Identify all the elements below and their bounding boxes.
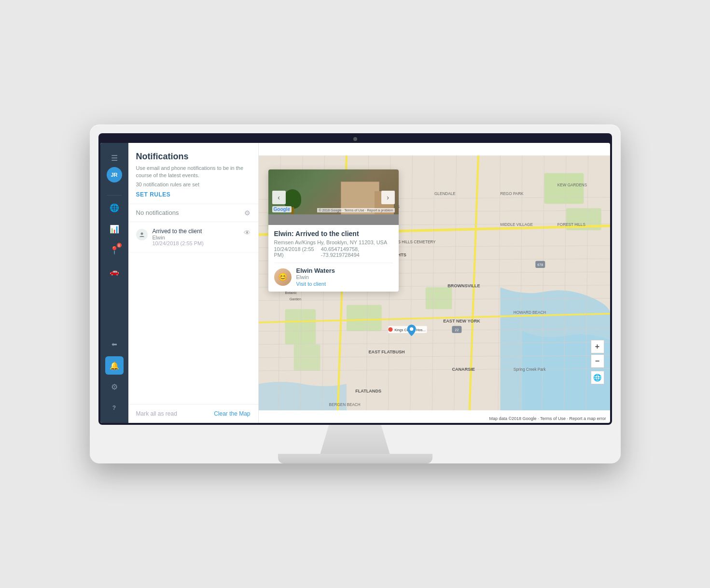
popup-address: Remsen Av/Kings Hy, Brooklyn, NY 11203, … xyxy=(274,239,393,245)
help-icon: ? xyxy=(112,405,116,411)
svg-text:Garden: Garden xyxy=(289,297,301,301)
svg-point-59 xyxy=(388,327,392,332)
clear-map-button[interactable]: Clear the Map xyxy=(214,410,250,417)
popup-coordinates: 40.6547149758, -73.9219728494 xyxy=(321,246,393,258)
svg-rect-8 xyxy=(425,287,452,309)
hide-notification-icon[interactable]: 👁 xyxy=(244,229,251,237)
sidebar-bottom: ⬅ 🔔 ⚙ ? xyxy=(105,335,124,417)
svg-text:BROWNSVILLE: BROWNSVILLE xyxy=(447,283,480,288)
svg-text:Spring Creek Park: Spring Creek Park xyxy=(513,367,546,372)
svg-text:CANARSIE: CANARSIE xyxy=(452,367,475,372)
map-zoom-controls: + − 🌐 xyxy=(591,340,604,384)
sidebar: ☰ JR 🌐 📊 📍 8 xyxy=(100,143,128,423)
screen: ☰ JR 🌐 📊 📍 8 xyxy=(100,143,610,423)
svg-text:KEW GARDENS: KEW GARDENS xyxy=(557,183,587,187)
street-view-next[interactable]: › xyxy=(381,191,395,204)
visit-to-client-link[interactable]: Visit to client xyxy=(296,281,335,287)
svg-rect-7 xyxy=(293,344,320,371)
monitor: ☰ JR 🌐 📊 📍 8 xyxy=(90,125,621,463)
sidebar-item-vehicle[interactable]: 🚗 xyxy=(105,262,124,280)
map-attribution: Map data ©2018 Google · Terms of Use · R… xyxy=(489,416,606,421)
svg-text:678: 678 xyxy=(537,263,543,267)
sidebar-item-help[interactable]: ? xyxy=(105,399,124,417)
notification-content: Arrived to the client Elwin 10/24/2018 (… xyxy=(153,228,239,246)
notification-user: Elwin xyxy=(153,235,239,240)
popup-copyright: © 2018 Google · Terms of Use · Report a … xyxy=(317,208,394,212)
chart-icon: 📊 xyxy=(110,224,119,234)
popup-datetime: 10/24/2018 (2:55 PM) xyxy=(274,246,321,258)
notifications-description: Use email and phone notifications to be … xyxy=(136,165,251,180)
notification-action: Arrived to the client xyxy=(153,228,239,235)
popup-user-info: Elwin Waters Elwin Visit to client xyxy=(296,267,335,287)
map-popup: ‹ › Google © 2018 Google · Terms of Use … xyxy=(268,169,399,292)
sidebar-item-chart[interactable]: 📊 xyxy=(105,220,124,238)
notification-type-icon xyxy=(136,229,148,240)
logout-icon: ⬅ xyxy=(111,340,117,348)
zoom-globe-button[interactable]: 🌐 xyxy=(591,371,604,384)
svg-text:EAST NEW YORK: EAST NEW YORK xyxy=(443,319,480,323)
svg-text:FOREST HILLS: FOREST HILLS xyxy=(557,223,585,227)
svg-text:EAST FLATBUSH: EAST FLATBUSH xyxy=(368,350,404,354)
left-panel: Notifications Use email and phone notifi… xyxy=(128,143,259,423)
popup-body: Elwin: Arrived to the client Remsen Av/K… xyxy=(268,225,399,292)
popup-user-avatar: 😊 xyxy=(274,268,292,286)
notifications-toolbar: No notifications ⚙ xyxy=(128,204,258,222)
map-area[interactable]: REGO PARK KEW GARDENS FOREST HILLS MIDDL… xyxy=(259,143,610,423)
svg-rect-4 xyxy=(544,173,584,204)
monitor-stand-base xyxy=(278,454,432,463)
sidebar-item-globe[interactable]: 🌐 xyxy=(105,198,124,217)
svg-text:22: 22 xyxy=(455,328,459,332)
zoom-in-button[interactable]: + xyxy=(591,340,604,353)
notifications-settings-icon[interactable]: ⚙ xyxy=(244,209,251,217)
bell-icon: 🔔 xyxy=(110,361,119,370)
popup-user-name: Elwin Waters xyxy=(296,267,335,274)
notification-item: Arrived to the client Elwin 10/24/2018 (… xyxy=(128,222,258,252)
svg-text:MIDDLE VILLAGE: MIDDLE VILLAGE xyxy=(500,223,533,227)
vehicle-icon: 🚗 xyxy=(110,267,119,276)
sidebar-item-settings[interactable]: ⚙ xyxy=(105,378,124,396)
google-logo: Google xyxy=(272,206,292,212)
street-view-prev[interactable]: ‹ xyxy=(272,191,286,204)
svg-text:GLENDALE: GLENDALE xyxy=(434,192,456,196)
no-notifications-label: No notifications xyxy=(136,209,179,216)
monitor-stand-neck xyxy=(312,425,399,454)
notifications-header: Notifications Use email and phone notifi… xyxy=(128,143,258,204)
svg-point-61 xyxy=(410,327,413,331)
svg-text:REGO PARK: REGO PARK xyxy=(500,192,524,196)
popup-meta: 10/24/2018 (2:55 PM) 40.6547149758, -73.… xyxy=(274,246,393,258)
active-indicator xyxy=(105,360,107,371)
sidebar-divider xyxy=(107,195,122,196)
settings-icon: ⚙ xyxy=(111,382,118,392)
panel-footer: Mark all as read Clear the Map xyxy=(128,404,258,423)
set-rules-link[interactable]: SET RULES xyxy=(136,191,251,198)
notification-time: 10/24/2018 (2:55 PM) xyxy=(153,240,239,246)
avatar[interactable]: JR xyxy=(107,167,122,182)
street-road xyxy=(268,214,399,225)
hamburger-icon: ☰ xyxy=(111,154,118,163)
mark-all-read-button[interactable]: Mark all as read xyxy=(136,410,177,417)
person-icon xyxy=(139,232,145,238)
sidebar-menu-toggle[interactable]: ☰ xyxy=(105,149,124,167)
sidebar-nav: 🌐 📊 📍 8 🚗 xyxy=(105,198,124,335)
popup-event-title: Elwin: Arrived to the client xyxy=(274,230,393,238)
globe-icon: 🌐 xyxy=(110,203,119,212)
svg-rect-9 xyxy=(347,305,382,332)
svg-text:FLATLANDS: FLATLANDS xyxy=(355,389,381,394)
sidebar-item-location[interactable]: 📍 8 xyxy=(105,241,124,259)
svg-point-0 xyxy=(140,232,143,235)
svg-text:BERGEN BEACH: BERGEN BEACH xyxy=(329,403,360,407)
notifications-count: 30 notification rules are set xyxy=(136,182,251,187)
svg-rect-6 xyxy=(285,309,316,345)
location-badge: 8 xyxy=(117,243,122,248)
popup-user: 😊 Elwin Waters Elwin Visit to client xyxy=(274,263,393,287)
sidebar-item-logout[interactable]: ⬅ xyxy=(105,335,124,353)
sidebar-item-bell[interactable]: 🔔 xyxy=(105,356,124,375)
screen-bezel: ☰ JR 🌐 📊 📍 8 xyxy=(98,133,612,425)
street-view-image: ‹ › Google © 2018 Google · Terms of Use … xyxy=(268,169,399,225)
zoom-out-button[interactable]: − xyxy=(591,354,604,368)
notifications-title: Notifications xyxy=(136,152,251,162)
svg-text:HOWARD BEACH: HOWARD BEACH xyxy=(513,310,546,315)
popup-user-role: Elwin xyxy=(296,274,335,280)
